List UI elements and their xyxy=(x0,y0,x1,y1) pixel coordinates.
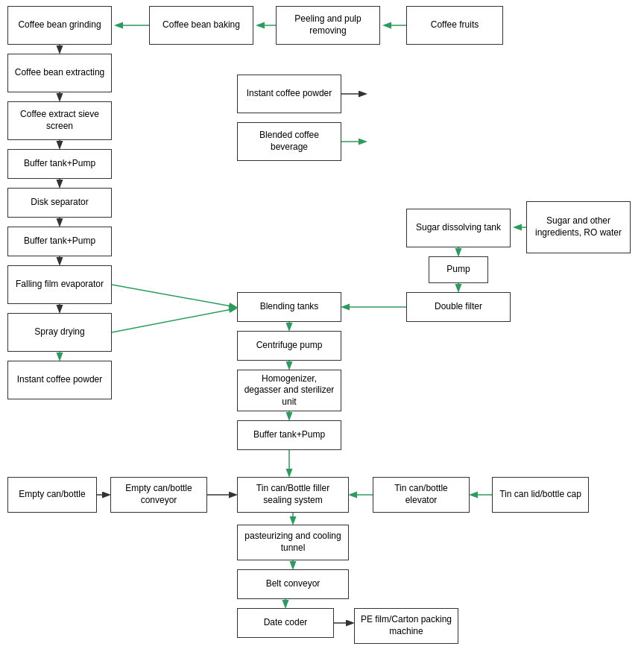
instant-coffee-powder-1: Instant coffee powder xyxy=(237,75,341,113)
double-filter: Double filter xyxy=(406,292,511,322)
spray-drying: Spray drying xyxy=(7,313,112,352)
buffer-tank-pump-3: Buffer tank+Pump xyxy=(237,420,341,450)
coffee-extract-sieve: Coffee extract sieve screen xyxy=(7,101,112,140)
buffer-tank-pump-2: Buffer tank+Pump xyxy=(7,227,112,256)
sugar-dissolving-tank: Sugar dissolving tank xyxy=(406,209,511,247)
tin-can-lid: Tin can lid/bottle cap xyxy=(492,477,589,513)
empty-can-bottle: Empty can/bottle xyxy=(7,477,97,513)
pe-film-carton: PE film/Carton packing machine xyxy=(354,608,458,644)
peeling-pulp-removing: Peeling and pulp removing xyxy=(276,6,380,45)
date-coder: Date coder xyxy=(237,608,334,638)
pasteurizing: pasteurizing and cooling tunnel xyxy=(237,525,349,560)
falling-film-evaporator: Falling film evaporator xyxy=(7,265,112,304)
flowchart-diagram: Coffee bean grindingCoffee bean bakingPe… xyxy=(0,0,644,658)
coffee-fruits: Coffee fruits xyxy=(406,6,503,45)
blended-coffee-beverage: Blended coffee beverage xyxy=(237,122,341,161)
svg-line-11 xyxy=(112,285,236,307)
sugar-ingredients: Sugar and other ingredients, RO water xyxy=(526,201,631,253)
coffee-bean-grinding: Coffee bean grinding xyxy=(7,6,112,45)
centrifuge-pump: Centrifuge pump xyxy=(237,331,341,361)
pump: Pump xyxy=(429,256,488,283)
homogenizer: Homogenizer, degasser and sterilizer uni… xyxy=(237,370,341,411)
empty-can-bottle-conveyor: Empty can/bottle conveyor xyxy=(110,477,207,513)
coffee-bean-extracting: Coffee bean extracting xyxy=(7,54,112,92)
buffer-tank-pump-1: Buffer tank+Pump xyxy=(7,149,112,179)
instant-coffee-powder-2: Instant coffee powder xyxy=(7,361,112,399)
blending-tanks: Blending tanks xyxy=(237,292,341,322)
tin-can-elevator: Tin can/bottle elevator xyxy=(373,477,470,513)
coffee-bean-baking: Coffee bean baking xyxy=(149,6,253,45)
belt-conveyor: Belt conveyor xyxy=(237,569,349,599)
svg-line-12 xyxy=(112,309,236,332)
tin-can-filler: Tin can/Bottle filler sealing system xyxy=(237,477,349,513)
disk-separator: Disk separator xyxy=(7,188,112,218)
